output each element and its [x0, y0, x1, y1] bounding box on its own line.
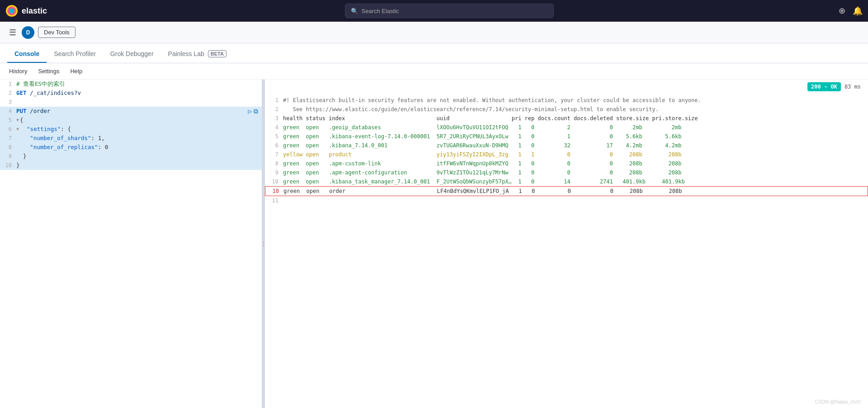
output-line-8: 8 green open .apm-custom-link itfFW6vNTn… — [265, 159, 868, 168]
line-content-6: "settings": { — [20, 125, 262, 134]
out-line-content-11 — [283, 196, 866, 205]
out-line-num-11: 11 — [267, 196, 283, 205]
output-line-5: 5 green open .kibana-event-log-7.14.0-00… — [265, 132, 868, 141]
out-line-content-5: green open .kibana-event-log-7.14.0-0000… — [283, 132, 866, 141]
tab-painless-lab-label: Painless Lab — [168, 50, 204, 57]
out-line-num-8: 8 — [267, 159, 283, 168]
output-line-2: 2 See https://www.elastic.co/guide/en/el… — [265, 105, 868, 114]
out-line-num-5: 5 — [267, 132, 283, 141]
tab-console[interactable]: Console — [7, 46, 47, 63]
search-bar[interactable]: 🔍 Search Elastic — [345, 4, 554, 18]
output-line-11: 11 — [265, 196, 868, 205]
settings-button[interactable]: Settings — [36, 66, 61, 76]
out-line-num-9: 9 — [267, 168, 283, 177]
copy-icon[interactable]: ⧉ — [254, 107, 258, 116]
out-line-content-3: health status index uuid pri rep docs.co… — [283, 114, 866, 123]
line-number-10: 10 — [0, 161, 16, 170]
output-line-4: 4 green open .geoip_databases lXOOu6HvTQ… — [265, 123, 868, 132]
editor-line-4: 4 PUT /order ▷ ⧉ — [0, 107, 262, 116]
fold-icon-5[interactable]: ▼ — [16, 116, 19, 125]
editor-line-10: 10 } — [0, 161, 262, 170]
line-number-5: 5 — [0, 116, 16, 125]
search-placeholder: Search Elastic — [362, 8, 399, 14]
notification-icon[interactable]: 🔔 — [853, 6, 863, 16]
watermark: CSDN @Naijia_OvO — [815, 399, 861, 404]
editor-line-6: 6 ▼ "settings": { — [0, 125, 262, 134]
line-number-7: 7 — [0, 134, 16, 143]
out-line-content-2: See https://www.elastic.co/guide/en/elas… — [283, 105, 866, 114]
out-line-num-10-partial: 10 — [267, 177, 283, 186]
beta-badge: BETA — [208, 50, 226, 57]
line-number-9: 9 — [0, 152, 16, 161]
hamburger-button[interactable]: ☰ — [7, 26, 18, 39]
output-line-order: 10 green open order LF4nBdYsQKmvlELP1FO_… — [265, 186, 868, 196]
output-content: 1 #! Elasticsearch built-in security fea… — [265, 80, 868, 209]
out-line-content-order: green open order LF4nBdYsQKmvlELP1FO_jA … — [283, 187, 866, 196]
tabs-bar: Console Search Profiler Grok Debugger Pa… — [0, 43, 868, 63]
editor-line-7: 7 "number_of_shards": 1, — [0, 134, 262, 143]
elastic-logo: elastic — [5, 5, 60, 17]
tab-grok-debugger-label: Grok Debugger — [110, 50, 154, 57]
line-number-6: 6 — [0, 125, 16, 134]
line-content-5: { — [20, 116, 262, 125]
output-line-3: 3 health status index uuid pri rep docs.… — [265, 114, 868, 123]
line-tools-4: ▷ ⧉ — [248, 107, 262, 116]
svg-point-3 — [10, 9, 13, 12]
search-icon: 🔍 — [351, 8, 358, 14]
secondary-navigation: ☰ D Dev Tools — [0, 22, 868, 43]
help-button[interactable]: Help — [68, 66, 84, 76]
output-line-6: 6 green open .kibana_7.14.0_001 zvTUGAR6… — [265, 141, 868, 150]
out-line-num-6: 6 — [267, 141, 283, 150]
time-badge: 83 ms — [844, 84, 861, 90]
line-number-8: 8 — [0, 143, 16, 152]
line-content-7: "number_of_shards": 1, — [16, 134, 262, 143]
out-line-content-8: green open .apm-custom-link itfFW6vNTnWq… — [283, 159, 866, 168]
elastic-logo-text: elastic — [22, 6, 47, 16]
out-line-content-9: green open .apm-agent-configuration 9vTl… — [283, 168, 866, 177]
help-nav-icon[interactable]: ⊕ — [839, 6, 845, 16]
search-bar-container: 🔍 Search Elastic — [65, 4, 833, 18]
status-badge: 200 - OK — [807, 82, 841, 91]
out-line-content-4: green open .geoip_databases lXOOu6HvTQuV… — [283, 123, 866, 132]
editor-line-9: 9 } — [0, 152, 262, 161]
tab-grok-debugger[interactable]: Grok Debugger — [103, 46, 161, 63]
fold-icon-6[interactable]: ▼ — [16, 125, 19, 134]
line-content-3 — [16, 98, 262, 107]
out-line-num-7: 7 — [267, 150, 283, 159]
output-line-9: 9 green open .apm-agent-configuration 9v… — [265, 168, 868, 177]
editor-line-1: 1 # 查看ES中的索引 — [0, 80, 262, 89]
out-line-content-6: green open .kibana_7.14.0_001 zvTUGAR6Rw… — [283, 141, 866, 150]
run-icon[interactable]: ▷ — [248, 107, 252, 116]
out-line-num-2: 2 — [267, 105, 283, 114]
avatar-button[interactable]: D — [22, 26, 34, 39]
line-number-4: 4 — [0, 107, 16, 116]
out-line-content-1: #! Elasticsearch built-in security featu… — [283, 96, 866, 105]
elastic-logo-icon — [5, 5, 18, 17]
editor-panel[interactable]: 1 # 查看ES中的索引 2 GET /_cat/indices?v 3 4 P… — [0, 80, 262, 408]
tab-search-profiler-label: Search Profiler — [54, 50, 96, 57]
dev-tools-button[interactable]: Dev Tools — [38, 27, 75, 38]
nav-right-icons: ⊕ 🔔 — [839, 6, 863, 16]
main-content: 1 # 查看ES中的索引 2 GET /_cat/indices?v 3 4 P… — [0, 80, 868, 408]
editor-line-5: 5 ▼ { — [0, 116, 262, 125]
out-line-num-3: 3 — [267, 114, 283, 123]
line-number-3: 3 — [0, 98, 16, 107]
toolbar: History Settings Help — [0, 63, 868, 80]
line-content-1: # 查看ES中的索引 — [16, 80, 262, 89]
out-line-num-4: 4 — [267, 123, 283, 132]
status-area: 200 - OK 83 ms — [807, 82, 861, 91]
tab-painless-lab[interactable]: Painless Lab BETA — [161, 46, 234, 63]
out-line-num-order: 10 — [267, 187, 283, 196]
out-line-content-7: yellow open product yiy13yiFSZyI2IXDpL_3… — [283, 150, 866, 159]
out-line-content-10-partial: green open .kibana_task_manager_7.14.0_0… — [283, 177, 866, 186]
history-button[interactable]: History — [7, 66, 29, 76]
editor-line-8: 8 "number_of_replicas": 0 — [0, 143, 262, 152]
output-line-7: 7 yellow open product yiy13yiFSZyI2IXDpL… — [265, 150, 868, 159]
top-navigation: elastic 🔍 Search Elastic ⊕ 🔔 — [0, 0, 868, 22]
tab-search-profiler[interactable]: Search Profiler — [47, 46, 103, 63]
line-number-2: 2 — [0, 89, 16, 98]
output-line-10-partial: 10 green open .kibana_task_manager_7.14.… — [265, 177, 868, 186]
output-line-1: 1 #! Elasticsearch built-in security fea… — [265, 96, 868, 105]
editor-line-3: 3 — [0, 98, 262, 107]
line-content-2: GET /_cat/indices?v — [16, 89, 262, 98]
